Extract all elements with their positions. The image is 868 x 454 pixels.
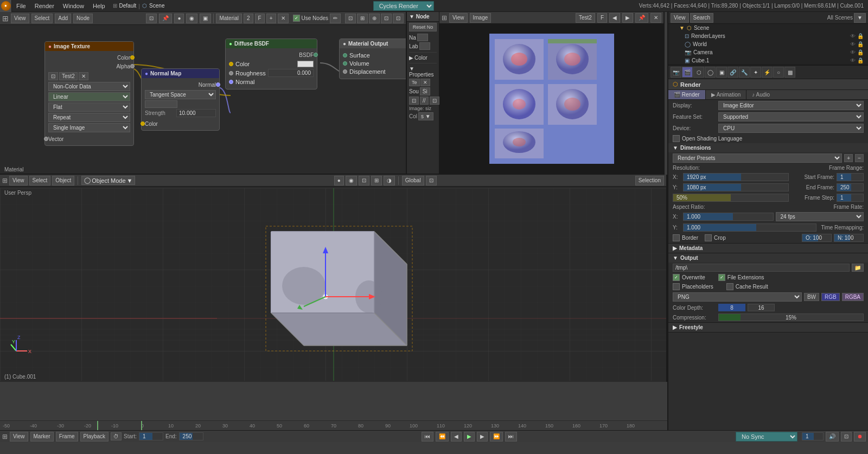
scene-item-cube[interactable]: ▣ Cube.1 👁 🔒	[668, 56, 868, 65]
menu-render[interactable]: Render	[30, 2, 59, 10]
node-tex-btn2[interactable]: Test2	[59, 72, 78, 80]
play-next-keyframe[interactable]: ⏩	[490, 432, 503, 442]
scene-item-camera[interactable]: 📷 Camera 👁 🔒	[668, 48, 868, 56]
play-prev-keyframe[interactable]: ⏪	[436, 432, 449, 442]
node-render-btn[interactable]: ◉	[186, 14, 197, 23]
ax-val[interactable]: 1.000	[683, 213, 774, 221]
node-type-btn[interactable]: ⊡	[146, 14, 157, 23]
node-material-output[interactable]: ● Material Output Surface Volume Displac…	[339, 39, 406, 79]
sync-btn[interactable]: ⊡	[841, 432, 852, 442]
sync-select[interactable]: No Sync Frame Dropping Sync to Audio	[736, 432, 797, 442]
placeholders-cb[interactable]	[673, 283, 680, 290]
vp-mode-select[interactable]: ◯ Object Mode ▼	[81, 176, 135, 185]
start-frame-val[interactable]: 1	[837, 173, 864, 181]
props-x-btn[interactable]: ✕	[420, 79, 430, 86]
audio-btn[interactable]: 🔊	[826, 432, 839, 442]
timeline-frame-menu[interactable]: Frame	[56, 432, 78, 442]
node-repeat-select[interactable]: Repeat	[48, 113, 130, 122]
start-frame-input[interactable]: 1	[139, 432, 163, 440]
o-val[interactable]: O: 100	[802, 234, 832, 242]
depth-16-btn[interactable]: 16	[748, 304, 775, 311]
scene-view-btn[interactable]: View	[671, 13, 689, 23]
vp-select-menu[interactable]: Select	[29, 176, 51, 186]
prop-world-icon[interactable]: ◯	[705, 67, 716, 78]
play-prev-frame[interactable]: ◀	[451, 432, 462, 442]
vp-snap-btn[interactable]: ⊡	[426, 176, 437, 186]
vp-object-menu[interactable]: Object	[52, 176, 74, 186]
play-btn[interactable]: ▶	[464, 432, 475, 442]
preset-add-btn[interactable]: +	[844, 154, 853, 162]
timeline-clock-btn[interactable]: ⏱	[111, 432, 122, 440]
props-icon2[interactable]: //	[420, 97, 429, 105]
play-jump-start[interactable]: ⏮	[422, 432, 433, 442]
output-path-input[interactable]	[673, 264, 850, 272]
timeline-view-menu[interactable]: View	[10, 432, 28, 442]
menu-help[interactable]: Help	[88, 2, 110, 10]
compression-bar[interactable]: 15%	[718, 314, 864, 321]
vp-global-select[interactable]: Global	[402, 176, 424, 186]
menu-window[interactable]: Window	[59, 2, 88, 10]
scene-item-scene[interactable]: ▼ ⬡ Scene	[668, 24, 868, 32]
node-grease-btn[interactable]: ✏	[330, 14, 341, 23]
pct-val[interactable]: 50%	[673, 194, 789, 202]
render-presets-select[interactable]: Render Presets	[673, 154, 842, 163]
node-new-btn[interactable]: +	[266, 14, 276, 23]
osl-cb[interactable]	[673, 135, 680, 142]
img-tex-name[interactable]: Test2	[576, 13, 595, 23]
crop-cb[interactable]	[705, 234, 712, 241]
use-nodes-cb[interactable]	[293, 15, 300, 22]
scene-item-renderlayers[interactable]: ⊡ RenderLayers 👁 🔒	[668, 32, 868, 40]
reset-no-btn[interactable]: Reset No	[409, 23, 437, 31]
node-view-btn[interactable]: ⊞	[2, 14, 9, 23]
timeline-ruler[interactable]: -50 -40 -30 -20 -10 0 10 20 30 40 50 60 …	[0, 420, 667, 430]
cache-cb[interactable]	[726, 283, 733, 290]
play-jump-end[interactable]: ⏭	[505, 432, 517, 442]
play-next-frame[interactable]: ▶	[477, 432, 488, 442]
record-btn[interactable]: ⏺	[854, 432, 866, 442]
node-tex-btn1[interactable]: ⊡	[48, 72, 58, 80]
node-tangent-select[interactable]: Tangent Space	[145, 90, 216, 99]
prop-modifier-icon[interactable]: 🔧	[739, 67, 750, 78]
timeline-playback-menu[interactable]: Playback	[80, 432, 109, 442]
img-delete-btn[interactable]: ✕	[650, 13, 661, 23]
depth-8-btn[interactable]: 8	[718, 304, 745, 311]
node-f-btn[interactable]: F	[255, 14, 265, 23]
node-select-menu[interactable]: Select	[31, 14, 53, 23]
bw-btn[interactable]: BW	[804, 293, 819, 301]
props-te-btn[interactable]: Te	[409, 79, 420, 86]
timeline-marker-menu[interactable]: Marker	[30, 432, 54, 442]
feature-set-select[interactable]: Supported Experimental	[718, 112, 864, 122]
na-btn[interactable]	[417, 34, 428, 41]
vp-selection-btn[interactable]: Selection	[635, 176, 664, 186]
img-nav-next[interactable]: ▶	[622, 13, 633, 23]
tab-render[interactable]: 🎬 Render	[668, 90, 706, 99]
prop-camera-icon[interactable]: 📷	[671, 67, 681, 78]
render-engine-select[interactable]: Cycles Render Blender Render	[373, 1, 434, 11]
device-select[interactable]: CPU GPU	[718, 124, 864, 133]
si-btn[interactable]: Si	[420, 87, 430, 95]
node-image-texture[interactable]: ● Image Texture Color Alpha ⊡ Te	[44, 41, 134, 146]
output-browse-btn[interactable]: 📁	[852, 264, 864, 272]
dimensions-header[interactable]: ▼ Dimensions	[668, 143, 868, 152]
vp-view-menu[interactable]: View	[9, 176, 28, 186]
prop-scene-icon[interactable]: ⬡	[693, 67, 704, 78]
y-val-dim[interactable]: 1080 px	[683, 183, 789, 191]
playhead[interactable]	[141, 421, 142, 430]
props-icon1[interactable]: ⊡	[409, 97, 419, 105]
vp-render-mode-2[interactable]: ◉	[346, 176, 357, 186]
ay-val[interactable]: 1.000	[683, 223, 816, 232]
node-strength-val[interactable]: 10.000	[176, 109, 216, 117]
node-view2-btn[interactable]: ⊞	[357, 14, 368, 23]
node-num-btn[interactable]: 2	[244, 14, 253, 23]
img-pin-btn[interactable]: 📌	[635, 13, 648, 23]
node-node-menu[interactable]: Node	[73, 14, 93, 23]
overwrite-cb[interactable]	[673, 274, 680, 281]
node-tex-del[interactable]: ✕	[79, 72, 88, 80]
prop-texture-icon[interactable]: ▩	[784, 67, 795, 78]
node-zoom-btn[interactable]: ⊕	[369, 14, 380, 23]
node-pin-btn[interactable]: 📌	[159, 14, 172, 23]
rgba-btn[interactable]: RGBA	[842, 293, 864, 301]
node-snap-btn[interactable]: ⊡	[345, 14, 356, 23]
rgb-btn[interactable]: RGB	[821, 293, 840, 301]
layout-label[interactable]: Default	[119, 3, 137, 9]
